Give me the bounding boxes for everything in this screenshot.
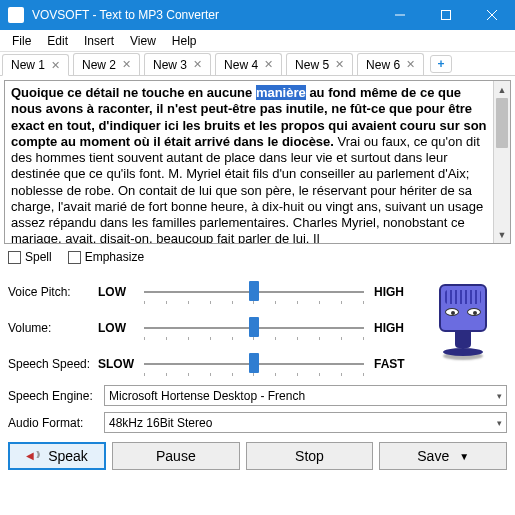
- minimize-button[interactable]: [377, 0, 423, 30]
- pitch-label: Voice Pitch:: [8, 285, 92, 299]
- app-icon: [8, 7, 24, 23]
- format-select[interactable]: 48kHz 16Bit Stereo ▾: [104, 412, 507, 433]
- close-icon[interactable]: ✕: [51, 59, 60, 72]
- pitch-high: HIGH: [374, 285, 414, 299]
- pitch-low: LOW: [98, 285, 138, 299]
- spell-label: Spell: [25, 250, 52, 264]
- pitch-slider[interactable]: [144, 280, 364, 304]
- tabbar: New 1✕ New 2✕ New 3✕ New 4✕ New 5✕ New 6…: [0, 52, 515, 76]
- text-bold-pre: Quoique ce détail ne touche en aucune: [11, 85, 256, 100]
- chevron-down-icon: ▼: [459, 451, 469, 462]
- speed-slider[interactable]: [144, 352, 364, 376]
- scroll-down-icon[interactable]: ▼: [494, 226, 510, 243]
- pitch-thumb[interactable]: [249, 281, 259, 301]
- window-title: VOVSOFT - Text to MP3 Converter: [32, 8, 377, 22]
- save-button[interactable]: Save▼: [379, 442, 507, 470]
- new-tab-button[interactable]: +: [430, 55, 452, 73]
- speed-label: Speech Speed:: [8, 357, 92, 371]
- text-highlight: manière: [256, 85, 306, 100]
- speed-thumb[interactable]: [249, 353, 259, 373]
- scroll-up-icon[interactable]: ▲: [494, 81, 510, 98]
- tab-5[interactable]: New 5✕: [286, 53, 353, 75]
- menu-insert[interactable]: Insert: [76, 32, 122, 50]
- scroll-thumb[interactable]: [496, 98, 508, 148]
- speed-high: FAST: [374, 357, 414, 371]
- titlebar: VOVSOFT - Text to MP3 Converter: [0, 0, 515, 30]
- emphasize-checkbox[interactable]: Emphasize: [68, 250, 144, 264]
- maximize-button[interactable]: [423, 0, 469, 30]
- menu-help[interactable]: Help: [164, 32, 205, 50]
- tab-label: New 2: [82, 58, 116, 72]
- volume-slider[interactable]: [144, 316, 364, 340]
- speed-low: SLOW: [98, 357, 138, 371]
- tab-label: New 3: [153, 58, 187, 72]
- emphasize-label: Emphasize: [85, 250, 144, 264]
- text-rest: Vrai ou faux, ce qu'on dit des hommes ti…: [11, 134, 483, 243]
- close-button[interactable]: [469, 0, 515, 30]
- close-icon[interactable]: ✕: [122, 58, 131, 71]
- tab-6[interactable]: New 6✕: [357, 53, 424, 75]
- chevron-down-icon: ▾: [497, 391, 502, 401]
- close-icon[interactable]: ✕: [193, 58, 202, 71]
- volume-label: Volume:: [8, 321, 92, 335]
- pause-button[interactable]: Pause: [112, 442, 240, 470]
- volume-high: HIGH: [374, 321, 414, 335]
- stop-button[interactable]: Stop: [246, 442, 374, 470]
- tab-3[interactable]: New 3✕: [144, 53, 211, 75]
- speaker-icon: [26, 450, 42, 462]
- volume-low: LOW: [98, 321, 138, 335]
- tab-4[interactable]: New 4✕: [215, 53, 282, 75]
- engine-label: Speech Engine:: [8, 389, 100, 403]
- speak-button[interactable]: Speak: [8, 442, 106, 470]
- tab-label: New 4: [224, 58, 258, 72]
- menu-view[interactable]: View: [122, 32, 164, 50]
- scroll-track[interactable]: [494, 148, 510, 226]
- text-input[interactable]: Quoique ce détail ne touche en aucune ma…: [5, 81, 493, 243]
- speak-label: Speak: [48, 448, 88, 464]
- menubar: File Edit Insert View Help: [0, 30, 515, 52]
- tab-label: New 5: [295, 58, 329, 72]
- engine-value: Microsoft Hortense Desktop - French: [109, 389, 305, 403]
- svg-rect-1: [442, 11, 451, 20]
- tab-2[interactable]: New 2✕: [73, 53, 140, 75]
- close-icon[interactable]: ✕: [264, 58, 273, 71]
- chevron-down-icon: ▾: [497, 418, 502, 428]
- close-icon[interactable]: ✕: [335, 58, 344, 71]
- menu-edit[interactable]: Edit: [39, 32, 76, 50]
- tab-1[interactable]: New 1✕: [2, 54, 69, 76]
- format-value: 48kHz 16Bit Stereo: [109, 416, 212, 430]
- spell-checkbox[interactable]: Spell: [8, 250, 52, 264]
- menu-file[interactable]: File: [4, 32, 39, 50]
- close-icon[interactable]: ✕: [406, 58, 415, 71]
- tab-label: New 6: [366, 58, 400, 72]
- microphone-icon: [423, 270, 503, 370]
- scrollbar[interactable]: ▲ ▼: [493, 81, 510, 243]
- format-label: Audio Format:: [8, 416, 100, 430]
- volume-thumb[interactable]: [249, 317, 259, 337]
- tab-label: New 1: [11, 58, 45, 72]
- engine-select[interactable]: Microsoft Hortense Desktop - French ▾: [104, 385, 507, 406]
